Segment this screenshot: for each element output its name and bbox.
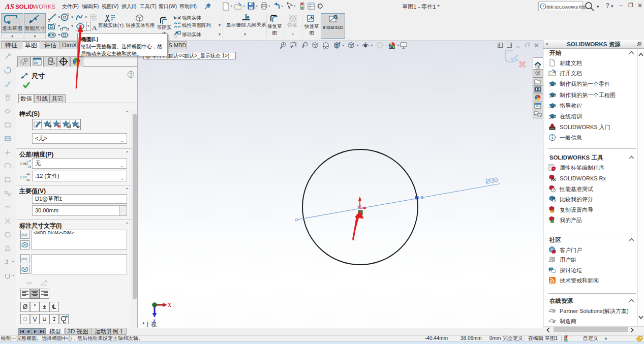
- svg-text:.01: .01: [26, 178, 30, 181]
- svg-text:*上视: *上视: [142, 321, 157, 328]
- svg-text:?: ?: [542, 4, 544, 9]
- svg-text:+x+: +x+: [25, 280, 33, 286]
- svg-text:(xx): (xx): [21, 233, 27, 237]
- svg-text:.01: .01: [26, 172, 30, 175]
- svg-text:(xx): (xx): [21, 257, 27, 261]
- svg-text:+.05: +.05: [26, 160, 31, 163]
- svg-text:X: X: [168, 302, 172, 308]
- svg-text:ΔS: ΔS: [5, 3, 14, 11]
- svg-text:x: x: [46, 280, 47, 283]
- svg-text:SOLID: SOLID: [15, 4, 34, 10]
- svg-text:A: A: [92, 24, 97, 32]
- svg-text:Ø30: Ø30: [485, 176, 499, 185]
- svg-text:WORKS: WORKS: [33, 4, 55, 10]
- svg-text:-.05: -.05: [26, 165, 31, 168]
